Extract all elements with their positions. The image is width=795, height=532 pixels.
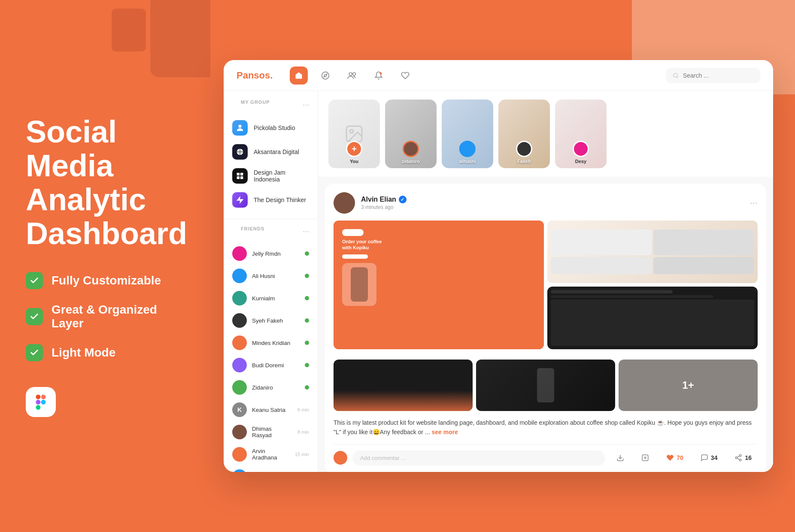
post-author: Alvin Elian ✓ 3 minutes ago — [334, 192, 407, 214]
friend-name-kurnialm: Kurnialm — [252, 295, 300, 302]
feature-list: Fully Customizable Great & Organized Lay… — [26, 272, 185, 361]
friend-item-keanu[interactable]: K Keanu Satria 6 min — [224, 399, 318, 421]
group-item-aksantara[interactable]: Aksantara Digital — [224, 140, 318, 164]
nav-likes-btn[interactable] — [396, 66, 414, 85]
friend-avatar-dhimas — [232, 425, 247, 439]
post-time: 3 minutes ago — [361, 204, 407, 210]
left-panel: Social MediaAnalyticDashboard Fully Cust… — [0, 0, 210, 532]
group-name-pickolab: Pickolab Studio — [254, 124, 295, 131]
friends-title: FRIENDS — [232, 226, 273, 231]
post-image-5 — [476, 360, 615, 411]
group-item-designthinker[interactable]: The Design Thinker — [224, 188, 318, 212]
friend-item-mindes[interactable]: Mindes Kridian — [224, 332, 318, 354]
friend-item-arvin[interactable]: Arvin Aradhana 15 min — [224, 443, 318, 466]
svg-rect-17 — [240, 176, 243, 179]
story-name-fakeh: Fakeh — [517, 159, 531, 164]
story-add-btn[interactable]: + — [346, 141, 362, 157]
sidebar: MY GROUP ··· Pickolab Studio — [224, 91, 318, 472]
search-input[interactable] — [683, 72, 753, 79]
top-nav: Pansos. — [224, 60, 773, 91]
friend-item-syeh[interactable]: Syeh Fakeh — [224, 309, 318, 332]
group-item-designjam[interactable]: Design Jam Indonesia — [224, 164, 318, 188]
group-avatar-designthinker — [232, 192, 248, 208]
friend-avatar-kurnialm — [232, 291, 247, 305]
search-input-wrap[interactable] — [666, 68, 760, 83]
like-btn[interactable]: 70 — [660, 450, 689, 465]
dashboard-window: Pansos. — [224, 60, 773, 472]
friend-item-alihusni[interactable]: Ali Husni — [224, 265, 318, 287]
svg-point-7 — [349, 73, 352, 76]
online-indicator-syeh — [305, 318, 309, 323]
svg-point-23 — [736, 457, 738, 459]
svg-point-19 — [350, 130, 353, 133]
friend-item-kurnialm[interactable]: Kurnialm — [224, 287, 318, 309]
story-zidaniro[interactable]: zidaniro — [385, 100, 437, 168]
svg-point-24 — [740, 459, 742, 461]
friend-name-syeh: Syeh Fakeh — [252, 317, 300, 324]
story-name-zidaniro: zidaniro — [402, 159, 420, 164]
story-name-desy: Desy — [575, 159, 586, 164]
nav-friends-btn[interactable] — [343, 66, 361, 85]
friends-more-btn[interactable]: ··· — [303, 227, 309, 236]
story-img-zidaniro — [403, 141, 419, 157]
svg-line-26 — [737, 456, 740, 457]
friend-item-dhimas[interactable]: Dhimas Rasyad 8 min — [224, 421, 318, 443]
svg-rect-0 — [36, 395, 40, 399]
check-badge-2 — [26, 308, 43, 325]
post-image-6: 1+ — [619, 360, 758, 411]
story-name-you: You — [350, 159, 358, 164]
comment-input-wrap[interactable]: Add commentar ... — [352, 450, 605, 466]
svg-point-9 — [380, 72, 382, 74]
story-you[interactable]: + You — [328, 100, 380, 168]
comment-placeholder: Add commentar ... — [360, 455, 406, 461]
download-btn[interactable] — [610, 450, 630, 465]
story-avatar-desy: Desy — [573, 141, 589, 164]
post-image-3 — [547, 287, 758, 349]
nav-notifications-btn[interactable] — [370, 66, 388, 85]
group-name-designthinker: The Design Thinker — [254, 196, 306, 203]
more-images-count: 1+ — [682, 379, 694, 391]
story-desy[interactable]: Desy — [555, 100, 607, 168]
online-indicator-mindes — [305, 341, 309, 345]
svg-rect-16 — [237, 176, 240, 179]
commenter-avatar — [334, 451, 347, 465]
svg-rect-14 — [237, 173, 240, 175]
svg-line-11 — [677, 76, 678, 78]
svg-rect-1 — [41, 395, 46, 399]
story-alhusni[interactable]: alhusni — [442, 100, 493, 168]
figma-badge — [26, 387, 56, 417]
deco-box-1 — [150, 0, 210, 77]
svg-point-10 — [674, 73, 677, 77]
deco-box-2 — [112, 9, 146, 51]
friend-avatar-jamet — [232, 469, 247, 472]
post-card: Alvin Elian ✓ 3 minutes ago ··· — [325, 184, 766, 472]
online-indicator-alihusni — [305, 274, 309, 278]
see-more-btn[interactable]: see more — [431, 429, 458, 435]
save-btn[interactable] — [635, 450, 655, 465]
friend-item-jamet[interactable]: Jamet Tmblng 21 min — [224, 466, 318, 472]
friend-name-jelly: Jelly Rmdn — [252, 251, 300, 257]
feature-item-3: Light Mode — [26, 344, 185, 361]
my-group-more-btn[interactable]: ··· — [303, 100, 309, 109]
post-more-btn[interactable]: ··· — [750, 197, 758, 209]
group-item-pickolab[interactable]: Pickolab Studio — [224, 116, 318, 140]
right-panel: Pansos. — [210, 0, 795, 532]
svg-rect-2 — [36, 400, 40, 405]
comment-btn[interactable]: 34 — [695, 450, 724, 465]
feature-item: Fully Customizable — [26, 272, 185, 289]
friend-name-mindes: Mindes Kridian — [252, 340, 300, 346]
post-image-grid-2: 1+ — [334, 360, 758, 411]
story-avatar-you: + You — [346, 141, 362, 164]
nav-home-btn[interactable] — [290, 66, 308, 85]
story-fakeh[interactable]: Fakeh — [498, 100, 550, 168]
friend-item-zidaniro[interactable]: Zidaniro — [224, 376, 318, 399]
friend-item-budi[interactable]: Budi Doremi — [224, 354, 318, 376]
svg-rect-3 — [36, 405, 40, 410]
nav-logo: Pansos. — [237, 70, 273, 81]
post-image-2 — [547, 221, 758, 283]
nav-explore-btn[interactable] — [316, 66, 334, 85]
friend-item-jelly[interactable]: Jelly Rmdn — [224, 242, 318, 265]
share-btn[interactable]: 16 — [728, 450, 758, 465]
friend-time-arvin: 15 min — [295, 452, 309, 457]
feature-label-2: Great & Organized Layer — [52, 303, 185, 330]
